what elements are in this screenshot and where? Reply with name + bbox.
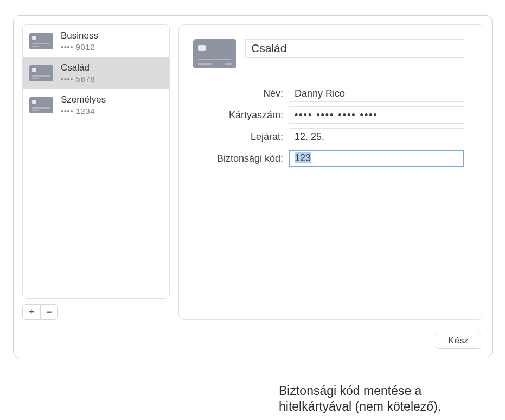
remove-card-button[interactable]: − <box>41 305 58 319</box>
done-button[interactable]: Kész <box>436 333 481 349</box>
detail-panel: Név: Kártyaszám: Lejárat: Biztonsági kód… <box>178 24 483 320</box>
cvc-label: Biztonsági kód: <box>193 153 289 164</box>
sidebar: Business •••• 9012 Család •••• 5678 <box>22 24 170 320</box>
card-name: Személyes <box>61 94 106 105</box>
sidebar-buttons: + − <box>22 304 58 320</box>
form-row-name: Név: <box>193 85 464 102</box>
expiry-input[interactable] <box>289 128 464 145</box>
svg-rect-13 <box>198 45 206 51</box>
card-number-input[interactable] <box>289 106 464 124</box>
card-number-mask: •••• 1234 <box>61 106 106 116</box>
expiry-label: Lejárat: <box>193 131 289 143</box>
form-row-expiry: Lejárat: <box>193 128 464 145</box>
card-item-csalad[interactable]: Család •••• 5678 <box>23 57 169 89</box>
annotation-callout-line <box>291 168 291 379</box>
autofill-cards-window: Business •••• 9012 Család •••• 5678 <box>13 15 493 358</box>
cardholder-name-input[interactable] <box>289 85 464 102</box>
svg-rect-1 <box>32 36 36 40</box>
name-label: Név: <box>193 88 289 99</box>
card-text: Business •••• 9012 <box>61 30 98 52</box>
security-code-input[interactable]: 123 <box>289 150 464 167</box>
form-row-number: Kártyaszám: <box>193 106 464 124</box>
card-number-mask: •••• 5678 <box>61 74 95 84</box>
card-number-mask: •••• 9012 <box>61 42 98 52</box>
annotation-callout-text: Biztonsági kód mentése a hitelkártyával … <box>279 383 496 415</box>
card-item-business[interactable]: Business •••• 9012 <box>23 25 169 57</box>
content-area: Business •••• 9012 Család •••• 5678 <box>14 16 492 328</box>
number-label: Kártyaszám: <box>193 110 289 121</box>
card-name: Család <box>61 62 95 73</box>
card-list: Business •••• 9012 Család •••• 5678 <box>22 24 170 299</box>
detail-header <box>193 39 464 68</box>
bottom-bar: Kész <box>14 328 492 358</box>
minus-icon: − <box>46 307 52 318</box>
svg-rect-5 <box>32 68 36 72</box>
credit-card-icon <box>29 97 53 113</box>
add-card-button[interactable]: + <box>23 305 41 319</box>
card-item-szemelyes[interactable]: Személyes •••• 1234 <box>23 89 169 121</box>
svg-rect-9 <box>32 100 36 104</box>
card-text: Személyes •••• 1234 <box>61 94 106 116</box>
card-name: Business <box>61 30 98 41</box>
form-row-cvc: Biztonsági kód: 123 <box>193 150 464 167</box>
credit-card-icon <box>29 65 53 81</box>
credit-card-icon <box>193 39 236 68</box>
plus-icon: + <box>28 307 34 318</box>
card-title-input[interactable] <box>245 39 464 58</box>
credit-card-icon <box>29 33 53 49</box>
card-text: Család •••• 5678 <box>61 62 95 84</box>
